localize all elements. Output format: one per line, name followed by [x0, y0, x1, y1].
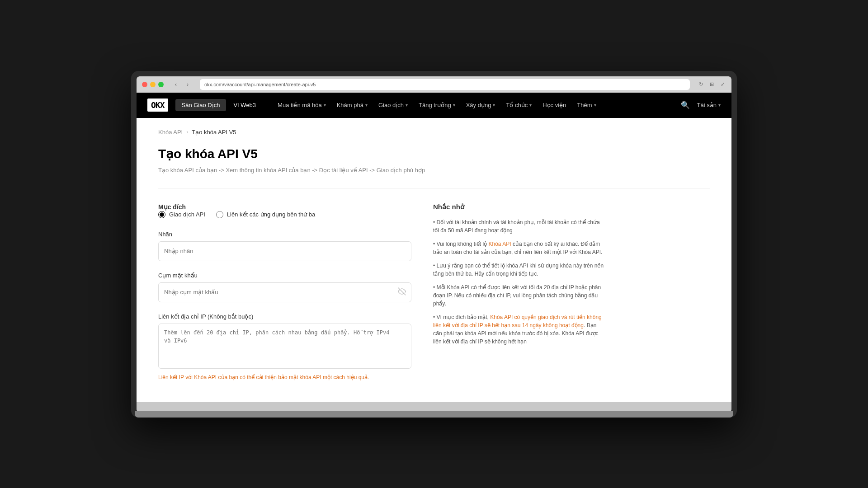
logo[interactable]: OKX — [147, 99, 168, 112]
label-field-label: Nhãn — [158, 231, 411, 238]
menu-giao-dich[interactable]: Giao dịch ▾ — [374, 99, 412, 111]
ip-field: Liên kết địa chỉ IP (Không bắt buộc) Liê… — [158, 313, 411, 380]
search-button[interactable]: 🔍 — [681, 101, 690, 109]
menu-tang-truong[interactable]: Tăng trưởng ▾ — [414, 99, 460, 111]
ip-label: Liên kết địa chỉ IP (Không bắt buộc) — [158, 313, 411, 320]
note-item-3: Mỗi Khóa API có thể được liên kết với tố… — [433, 283, 605, 308]
window-button[interactable]: ⊞ — [708, 81, 715, 88]
fullscreen-button[interactable]: ⤢ — [719, 81, 726, 88]
traffic-light-maximize[interactable] — [158, 82, 164, 87]
chevron-down-icon: ▾ — [406, 103, 408, 108]
purpose-field: Mục đích Giao dịch API Liên kết các ứng … — [158, 203, 411, 218]
address-bar[interactable]: okx.com/vi/account/api-management/create… — [200, 79, 690, 90]
logo-text: OKX — [151, 100, 165, 110]
label-field: Nhãn — [158, 231, 411, 261]
notes-col: Nhắc nhở Đối với tài khoản chính và tài … — [433, 203, 605, 391]
tab-san-giao-dich[interactable]: Sàn Giao Dịch — [175, 99, 226, 111]
reload-button[interactable]: ↻ — [697, 81, 704, 88]
laptop-base — [135, 411, 733, 418]
menu-xay-dung[interactable]: Xây dựng ▾ — [462, 99, 500, 111]
page-title: Tạo khóa API V5 — [158, 146, 710, 161]
menu-mua-tien[interactable]: Mua tiền mã hóa ▾ — [273, 99, 330, 111]
chevron-down-icon: ▾ — [365, 103, 368, 108]
divider — [158, 188, 710, 188]
note-item-1: Vui lòng không tiết lộ Khóa API của bạn … — [433, 240, 605, 256]
forward-button[interactable]: › — [183, 80, 193, 89]
url-text: okx.com/vi/account/api-management/create… — [204, 82, 316, 87]
label-input[interactable] — [158, 241, 411, 261]
traffic-light-close[interactable] — [142, 82, 147, 87]
radio-input-giao-dich[interactable] — [158, 211, 165, 218]
passphrase-field: Cụm mật khẩu — [158, 272, 411, 302]
note-link-api-key[interactable]: Khóa API — [489, 241, 511, 247]
navbar: OKX Sàn Giao Dịch Ví Web3 Mua tiền mã hó… — [137, 93, 731, 118]
breadcrumb-current: Tạo khóa API V5 — [192, 129, 236, 136]
ip-textarea[interactable] — [158, 324, 411, 369]
page-subtitle: Tạo khóa API của bạn -> Xem thông tin kh… — [158, 167, 710, 174]
chevron-down-icon: ▾ — [529, 103, 532, 108]
purpose-label: Mục đích — [158, 203, 186, 211]
note-item-0: Đối với tài khoản chính và tài khoản phụ… — [433, 218, 605, 235]
nav-menu: Mua tiền mã hóa ▾ Khám phá ▾ Giao dịch ▾… — [273, 99, 681, 111]
form-layout: Mục đích Giao dịch API Liên kết các ứng … — [158, 203, 710, 391]
menu-hoc-vien[interactable]: Học viện — [538, 99, 571, 111]
passphrase-input[interactable] — [158, 282, 411, 302]
passphrase-wrapper — [158, 282, 411, 302]
radio-lien-ket[interactable]: Liên kết các ứng dụng bên thứ ba — [216, 211, 315, 218]
chevron-down-icon: ▾ — [324, 103, 326, 108]
menu-them[interactable]: Thêm ▾ — [572, 99, 600, 111]
radio-group: Giao dịch API Liên kết các ứng dụng bên … — [158, 211, 411, 218]
menu-to-chuc[interactable]: Tổ chức ▾ — [501, 99, 536, 111]
radio-giao-dich-api[interactable]: Giao dịch API — [158, 211, 205, 218]
breadcrumb-separator: › — [186, 129, 188, 135]
breadcrumb-parent[interactable]: Khóa API — [158, 129, 183, 136]
nav-tabs: Sàn Giao Dịch Ví Web3 — [175, 99, 263, 111]
chevron-down-icon: ▾ — [493, 103, 495, 108]
breadcrumb: Khóa API › Tạo khóa API V5 — [158, 129, 710, 136]
chevron-down-icon: ▾ — [594, 103, 596, 108]
navbar-right: 🔍 Tài sản ▾ — [681, 101, 721, 109]
laptop-bottom — [137, 402, 731, 411]
main-content: Khóa API › Tạo khóa API V5 Tạo khóa API … — [137, 118, 731, 402]
form-left-col: Mục đích Giao dịch API Liên kết các ứng … — [158, 203, 411, 391]
radio-input-lien-ket[interactable] — [216, 211, 223, 218]
traffic-light-minimize[interactable] — [150, 82, 156, 87]
chevron-down-icon: ▾ — [718, 103, 721, 108]
ip-hint: Liên kết IP với Khóa API của bạn có thể … — [158, 374, 411, 380]
assets-button[interactable]: Tài sản ▾ — [697, 102, 721, 108]
menu-kham-pha[interactable]: Khám phá ▾ — [332, 99, 372, 111]
note-item-4: Vì mục đích bảo mật, Khóa API có quyền g… — [433, 313, 605, 346]
chevron-down-icon: ▾ — [453, 103, 455, 108]
passphrase-label: Cụm mật khẩu — [158, 272, 411, 279]
notes-title: Nhắc nhở — [433, 203, 605, 211]
tab-vi-web3[interactable]: Ví Web3 — [227, 99, 262, 111]
note-item-2: Lưu ý rằng bạn có thể tiết lộ khóa API k… — [433, 262, 605, 278]
back-button[interactable]: ‹ — [171, 80, 181, 89]
toggle-password-icon[interactable] — [398, 287, 406, 297]
